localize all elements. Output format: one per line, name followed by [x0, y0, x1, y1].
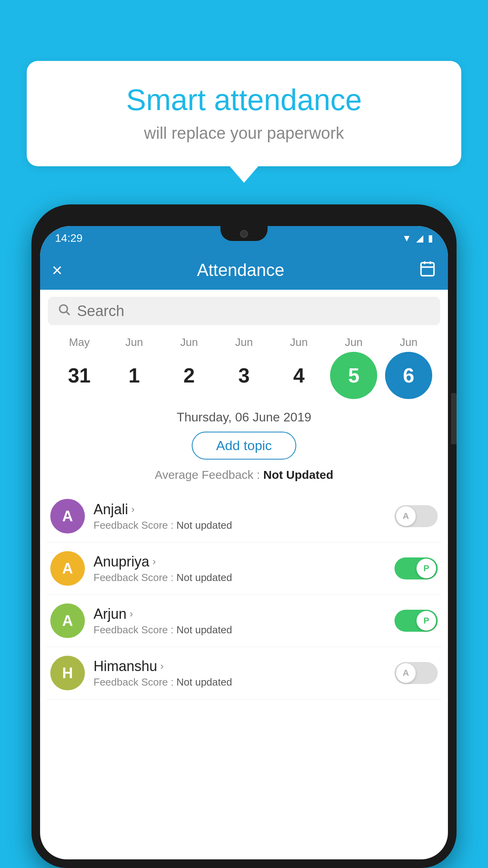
- chevron-icon: ›: [152, 555, 156, 568]
- month-2: Jun: [165, 336, 213, 349]
- selected-date: Thursday, 06 June 2019: [40, 406, 448, 432]
- month-row: May Jun Jun Jun Jun Jun Jun: [48, 336, 440, 349]
- toggle-himanshu[interactable]: A: [394, 662, 438, 684]
- wifi-icon: ▼: [402, 233, 411, 244]
- speech-bubble: Smart attendance will replace your paper…: [27, 61, 461, 166]
- avatar-anupriya: A: [50, 551, 85, 586]
- date-3[interactable]: 3: [220, 352, 268, 399]
- app-bar: × Attendance: [40, 250, 448, 290]
- close-button[interactable]: ×: [52, 259, 62, 281]
- student-feedback-himanshu: Feedback Score : Not updated: [94, 676, 394, 688]
- attendance-toggle-himanshu[interactable]: A: [394, 662, 438, 684]
- avatar-anjali: A: [50, 499, 85, 533]
- toggle-anjali[interactable]: A: [394, 505, 438, 527]
- student-item-anupriya[interactable]: A Anupriya › Feedback Score : Not update…: [46, 542, 442, 595]
- toggle-thumb-anupriya: P: [416, 559, 436, 578]
- avg-feedback-label: Average Feedback :: [155, 468, 263, 481]
- month-0: May: [56, 336, 103, 349]
- student-name-anupriya: Anupriya ›: [94, 554, 394, 570]
- volume-button: [451, 393, 457, 444]
- search-input[interactable]: [77, 303, 431, 320]
- camera-icon: [240, 230, 248, 238]
- toggle-thumb-anjali: A: [396, 506, 416, 526]
- phone-notch: [220, 226, 268, 241]
- svg-point-4: [60, 305, 68, 313]
- avatar-himanshu: H: [50, 656, 85, 690]
- student-name-himanshu: Himanshu ›: [94, 658, 394, 675]
- avg-feedback-value: Not Updated: [263, 468, 333, 481]
- student-info-himanshu: Himanshu › Feedback Score : Not updated: [94, 658, 394, 688]
- student-item-arjun[interactable]: A Arjun › Feedback Score : Not updated P: [46, 595, 442, 647]
- date-5[interactable]: 5: [330, 352, 377, 399]
- date-row: 31 1 2 3 4 5 6: [48, 349, 440, 406]
- month-4: Jun: [275, 336, 323, 349]
- student-feedback-arjun: Feedback Score : Not updated: [94, 624, 394, 636]
- chevron-icon: ›: [160, 660, 164, 672]
- signal-icon: ◢: [416, 233, 423, 244]
- battery-icon: ▮: [428, 233, 433, 244]
- status-icons: ▼ ◢ ▮: [402, 233, 433, 244]
- avatar-arjun: A: [50, 603, 85, 638]
- search-icon: [57, 303, 71, 319]
- month-6: Jun: [385, 336, 432, 349]
- status-time: 14:29: [55, 232, 83, 245]
- calendar-row: May Jun Jun Jun Jun Jun Jun 31 1 2 3 4 5…: [40, 332, 448, 406]
- date-6[interactable]: 6: [385, 352, 432, 399]
- phone-frame: 14:29 ▼ ◢ ▮ × Attendance: [31, 204, 457, 868]
- calendar-icon[interactable]: [419, 260, 436, 281]
- date-1[interactable]: 1: [111, 352, 158, 399]
- month-3: Jun: [220, 336, 268, 349]
- chevron-icon: ›: [131, 503, 135, 515]
- svg-rect-0: [421, 263, 434, 276]
- toggle-thumb-himanshu: A: [396, 663, 416, 683]
- month-1: Jun: [111, 336, 158, 349]
- date-31[interactable]: 31: [56, 352, 103, 399]
- student-info-anjali: Anjali › Feedback Score : Not updated: [94, 501, 394, 531]
- search-bar[interactable]: [48, 297, 440, 325]
- chevron-icon: ›: [130, 608, 133, 620]
- phone-screen: 14:29 ▼ ◢ ▮ × Attendance: [40, 226, 448, 859]
- student-name-anjali: Anjali ›: [94, 501, 394, 518]
- avg-feedback: Average Feedback : Not Updated: [40, 468, 448, 482]
- bubble-subtitle: will replace your paperwork: [50, 124, 438, 143]
- student-info-arjun: Arjun › Feedback Score : Not updated: [94, 606, 394, 636]
- toggle-thumb-arjun: P: [416, 611, 436, 631]
- toggle-anupriya[interactable]: P: [394, 557, 438, 579]
- svg-line-5: [66, 312, 70, 315]
- student-item-anjali[interactable]: A Anjali › Feedback Score : Not updated …: [46, 490, 442, 542]
- date-2[interactable]: 2: [165, 352, 213, 399]
- student-feedback-anjali: Feedback Score : Not updated: [94, 519, 394, 531]
- student-feedback-anupriya: Feedback Score : Not updated: [94, 572, 394, 584]
- student-item-himanshu[interactable]: H Himanshu › Feedback Score : Not update…: [46, 647, 442, 699]
- date-4[interactable]: 4: [275, 352, 323, 399]
- student-list: A Anjali › Feedback Score : Not updated …: [40, 490, 448, 699]
- month-5: Jun: [330, 336, 377, 349]
- add-topic-button[interactable]: Add topic: [192, 432, 296, 460]
- bubble-title: Smart attendance: [50, 83, 438, 117]
- attendance-toggle-anupriya[interactable]: P: [394, 557, 438, 579]
- student-name-arjun: Arjun ›: [94, 606, 394, 622]
- attendance-toggle-anjali[interactable]: A: [394, 505, 438, 527]
- app-title: Attendance: [197, 260, 284, 280]
- student-info-anupriya: Anupriya › Feedback Score : Not updated: [94, 554, 394, 584]
- toggle-arjun[interactable]: P: [394, 610, 438, 632]
- attendance-toggle-arjun[interactable]: P: [394, 610, 438, 632]
